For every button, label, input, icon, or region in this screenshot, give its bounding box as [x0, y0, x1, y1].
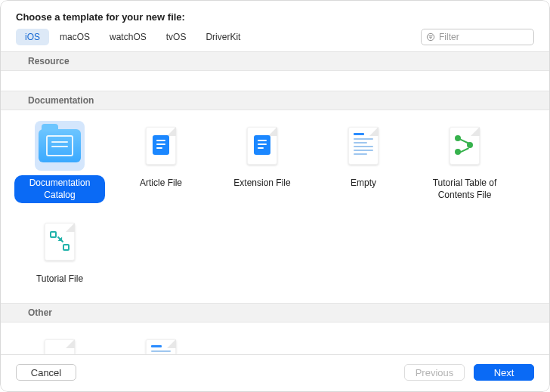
template-article-file[interactable]: Article File: [113, 116, 209, 208]
group-header-other: Other: [1, 303, 549, 323]
template-other-2[interactable]: [113, 329, 209, 354]
folder-doc-icon: [35, 121, 85, 171]
template-list[interactable]: Resource Documentation Documentation Cat…: [1, 52, 549, 354]
text-file-icon: [136, 333, 186, 354]
cancel-button[interactable]: Cancel: [16, 364, 76, 381]
filter-input[interactable]: [439, 32, 529, 42]
group-header-resource: Resource: [1, 52, 549, 71]
platform-tabs: iOS macOS watchOS tvOS DriverKit: [16, 29, 249, 45]
template-documentation-catalog[interactable]: Documentation Catalog: [11, 116, 108, 208]
tab-ios[interactable]: iOS: [16, 29, 49, 45]
template-label: Extension File: [227, 175, 296, 192]
extension-file-icon: [237, 121, 287, 171]
tab-driverkit[interactable]: DriverKit: [196, 29, 249, 45]
tutorial-toc-icon: [440, 121, 490, 171]
dialog-title: Choose a template for your new file:: [1, 1, 549, 29]
template-extension-file[interactable]: Extension File: [214, 116, 311, 208]
template-label: Tutorial File: [30, 271, 89, 288]
filter-icon: [426, 32, 435, 42]
empty-file-icon: [338, 121, 388, 171]
template-tutorial-file[interactable]: Tutorial File: [11, 212, 108, 292]
template-tutorial-toc[interactable]: Tutorial Table of Contents File: [416, 116, 513, 208]
article-file-icon: [136, 121, 186, 171]
template-empty[interactable]: Empty: [315, 116, 412, 208]
previous-button[interactable]: Previous: [404, 364, 465, 381]
group-body-resource: [1, 71, 549, 91]
tab-watchos[interactable]: watchOS: [100, 29, 156, 45]
tutorial-file-icon: [35, 217, 85, 267]
group-body-other: [1, 323, 549, 354]
template-label: Documentation Catalog: [14, 175, 105, 203]
next-button[interactable]: Next: [474, 364, 534, 381]
tab-macos[interactable]: macOS: [51, 29, 99, 45]
group-body-documentation: Documentation Catalog Article File Exten…: [1, 110, 549, 303]
dialog-footer: Cancel Previous Next: [1, 354, 549, 391]
template-label: Tutorial Table of Contents File: [419, 175, 510, 203]
generic-file-icon: [35, 333, 85, 354]
tab-tvos[interactable]: tvOS: [157, 29, 196, 45]
group-header-documentation: Documentation: [1, 91, 549, 110]
toolbar: iOS macOS watchOS tvOS DriverKit: [1, 29, 549, 52]
template-label: Article File: [134, 175, 188, 192]
filter-field[interactable]: [421, 29, 534, 45]
template-label: Empty: [345, 175, 382, 192]
new-file-template-dialog: Choose a template for your new file: iOS…: [0, 0, 550, 392]
template-other-1[interactable]: [11, 329, 108, 354]
